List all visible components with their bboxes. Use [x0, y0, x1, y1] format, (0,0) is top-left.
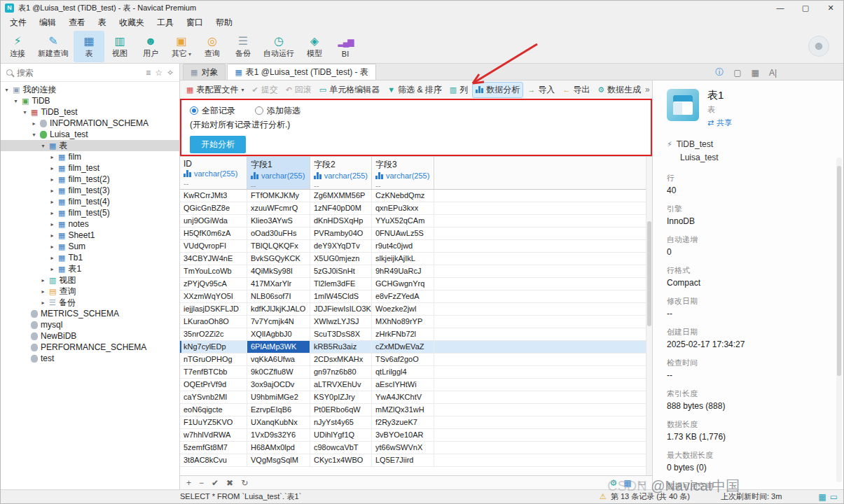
- table-cell[interactable]: TmYouLcoWb: [180, 265, 247, 277]
- toolbar-new-query-button[interactable]: ✎新建查询: [33, 31, 74, 62]
- table-cell[interactable]: ScuT3DsS8X: [310, 328, 372, 340]
- tree-expander[interactable]: ▸: [49, 255, 55, 261]
- toolbar-others-button[interactable]: ▣其它▾: [166, 31, 197, 62]
- table-cell[interactable]: H5QfK0m6zA: [180, 227, 247, 239]
- table-cell[interactable]: 7v7Ycmjk4N: [247, 316, 310, 328]
- table-row[interactable]: w7hhlVdRWA1VxD9s32Y6UDihlYgf1Q3vBYOe10AR: [180, 429, 652, 442]
- table-cell[interactable]: YYuX52qCAm: [372, 215, 434, 227]
- table-cell[interactable]: CKyc1x4WBO: [310, 454, 372, 466]
- table-cell[interactable]: XXzmWqYO5I: [180, 290, 247, 302]
- table-cell[interactable]: QGicGnBZ8e: [180, 202, 247, 214]
- tree-item[interactable]: ▸▦film_test: [1, 162, 179, 174]
- menu-item[interactable]: 查看: [62, 15, 92, 30]
- table-row[interactable]: LKuraoOh8O7v7Ycmjk4NXWlwzLYJSJMXhNo89rYP: [180, 316, 652, 328]
- table-cell[interactable]: 3t8AC8kCvu: [180, 454, 247, 466]
- table-cell[interactable]: XQlIAgbbJ0: [247, 328, 310, 340]
- table-cell[interactable]: 9hR49UaRcJ: [372, 265, 434, 277]
- table-row[interactable]: 5zemfGt8M7H68AMx0lpdc98owcaVbTyt66wSWVnX: [180, 442, 652, 454]
- table-row[interactable]: 3t8AC8kCvuVQgMsgSqlMCKyc1x4WBOLQ5E7Jiird: [180, 454, 652, 467]
- tree-item[interactable]: NewBiDB: [1, 330, 179, 342]
- search-input[interactable]: [17, 68, 141, 78]
- table-cell[interactable]: unj9OGiWda: [180, 215, 247, 227]
- menu-item[interactable]: 帮助: [209, 15, 239, 30]
- columns-panel-icon[interactable]: ▦: [752, 68, 759, 78]
- column-header[interactable]: 字段3varchar(255)--: [372, 157, 434, 189]
- table-cell[interactable]: f2Ry3zueK7: [372, 416, 434, 428]
- tree-expander[interactable]: ▾: [40, 143, 46, 149]
- table-cell[interactable]: 6PlAtMp3WK: [247, 341, 310, 353]
- table-cell[interactable]: YwA4JKChtV: [372, 391, 434, 403]
- subtoolbar-data-generation-button[interactable]: ⚙数据生成: [594, 82, 644, 98]
- tree-item[interactable]: ▸☰备份: [1, 297, 179, 308]
- collapse-icon[interactable]: ✧: [167, 68, 174, 78]
- tree-expander[interactable]: ▸: [49, 221, 55, 227]
- table-cell[interactable]: nJyYst4y65: [310, 416, 372, 428]
- tree-expander[interactable]: ▸: [31, 120, 37, 127]
- table-cell[interactable]: LKuraoOh8O: [180, 316, 247, 328]
- toolbar-user-button[interactable]: ☻用户: [135, 31, 166, 62]
- table-row[interactable]: caYSvnb2MIU9hbmiMGe2KSY0pIZJryYwA4JKChtV: [180, 391, 652, 404]
- table-cell[interactable]: TSv6af2goO: [372, 354, 434, 365]
- table-cell[interactable]: iejjlasjDSKFLJD: [180, 303, 247, 315]
- menu-item[interactable]: 工具: [151, 15, 180, 30]
- tree-item[interactable]: ▸▦notes: [1, 218, 179, 230]
- start-analysis-button[interactable]: 开始分析: [190, 136, 246, 153]
- tree-expander[interactable]: ▸: [49, 232, 55, 239]
- menu-item[interactable]: 文件: [4, 15, 33, 30]
- tree-expander[interactable]: ▾: [4, 87, 10, 93]
- table-row[interactable]: nTGruOPHOgvqKkA6Ufwa2CDsxMKAHxTSv6af2goO: [180, 354, 652, 366]
- statusbar-panel-icon[interactable]: ▭: [830, 492, 838, 502]
- table-cell[interactable]: zHrkFNb72l: [372, 328, 434, 340]
- preview-panel-icon[interactable]: ▢: [733, 68, 741, 78]
- delete-record-button[interactable]: −: [199, 478, 204, 488]
- table-cell[interactable]: VUdQvropFI: [180, 240, 247, 252]
- tree-item[interactable]: ▸▦Sum: [1, 241, 179, 252]
- toolbar-overflow-icon[interactable]: »: [645, 85, 650, 94]
- table-cell[interactable]: caYSvnb2MI: [180, 391, 247, 403]
- table-cell[interactable]: UXanqKubNx: [247, 416, 310, 428]
- tree-expander[interactable]: ▸: [40, 277, 46, 284]
- tree-expander[interactable]: ▸: [40, 288, 46, 295]
- tree-item[interactable]: ▸▦film_test(4): [1, 196, 179, 207]
- subtoolbar-filter-sort-button[interactable]: ▼筛选 & 排序: [384, 82, 445, 98]
- table-cell[interactable]: r9ut4c0jwd: [372, 240, 434, 252]
- share-link[interactable]: ⇄ 共享: [707, 118, 732, 128]
- table-cell[interactable]: gn97nz6b80: [310, 366, 372, 378]
- radio-all-records[interactable]: 全部记录: [190, 105, 235, 117]
- table-row[interactable]: XXzmWqYO5INLB06sof7I1mlW45CldSe8vFzZYedA: [180, 290, 652, 303]
- tree-expander[interactable]: ▸: [49, 188, 55, 194]
- table-cell[interactable]: qxnEPu3kxx: [372, 202, 434, 214]
- tree-expander[interactable]: ▸: [49, 210, 55, 216]
- tree-item[interactable]: ▸▥视图: [1, 274, 179, 286]
- table-cell[interactable]: UDihlYgf1Q: [310, 429, 372, 441]
- table-cell[interactable]: T7enfBTCbb: [180, 366, 247, 378]
- table-cell[interactable]: mMZlQx31wH: [372, 404, 434, 416]
- table-cell[interactable]: nTGruOPHOg: [180, 354, 247, 365]
- tree-item[interactable]: ▸▦Sheet1: [1, 230, 179, 241]
- tab-objects[interactable]: ▦ 对象: [183, 64, 226, 80]
- ascii-panel-icon[interactable]: A|: [769, 68, 777, 78]
- menu-item[interactable]: 表: [92, 15, 113, 30]
- table-cell[interactable]: 1zNF40pD0M: [310, 202, 372, 214]
- tree-expander[interactable]: ▾: [13, 98, 19, 104]
- grid-vertical-scrollbar[interactable]: [646, 157, 652, 475]
- table-cell[interactable]: eoN6qigcte: [180, 404, 247, 416]
- refresh-button[interactable]: ↻: [241, 478, 248, 488]
- table-cell[interactable]: 3ox9ajOCDv: [247, 379, 310, 391]
- form-view-icon[interactable]: ▭: [638, 478, 646, 488]
- table-cell[interactable]: Tl2lem3dFE: [310, 278, 372, 290]
- tree-item[interactable]: ▸▦film_test(3): [1, 185, 179, 196]
- table-cell[interactable]: LQ5E7Jiird: [372, 454, 434, 466]
- menu-item[interactable]: 收藏夹: [113, 15, 151, 30]
- table-cell[interactable]: 35nrO2Zi2c: [180, 328, 247, 340]
- subtoolbar-cell-editor-button[interactable]: ▭单元格编辑器: [316, 82, 383, 98]
- table-cell[interactable]: KwRCrrJMt3: [180, 190, 247, 202]
- table-cell[interactable]: oOad30uFHs: [247, 227, 310, 239]
- maximize-button[interactable]: ▢: [793, 1, 818, 15]
- minimize-button[interactable]: —: [768, 1, 793, 15]
- table-cell[interactable]: F1UuYZ5KVO: [180, 416, 247, 428]
- panel-scrollbar[interactable]: [836, 158, 842, 482]
- tree-expander[interactable]: ▸: [40, 300, 46, 306]
- table-cell[interactable]: e8vFzZYedA: [372, 290, 434, 302]
- table-cell[interactable]: PVRamby04O: [310, 227, 372, 239]
